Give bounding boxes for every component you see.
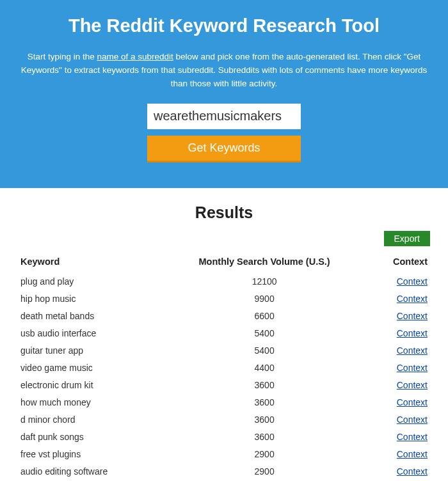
cell-context: Context [369, 308, 430, 325]
cell-volume: 5400 [159, 342, 369, 359]
hero-banner: The Reddit Keyword Research Tool Start t… [0, 0, 448, 188]
subreddit-name-link[interactable]: name of a subreddit [97, 52, 173, 61]
cell-keyword: hip hop music [18, 290, 159, 308]
results-section: Results Export Keyword Monthly Search Vo… [0, 188, 448, 481]
context-link[interactable]: Context [397, 466, 428, 477]
col-header-keyword: Keyword [18, 253, 159, 273]
table-row: hip hop music9900Context [18, 290, 430, 308]
hero-description: Start typing in the name of a subreddit … [19, 51, 429, 91]
table-header-row: Keyword Monthly Search Volume (U.S.) Con… [18, 253, 430, 273]
context-link[interactable]: Context [397, 414, 428, 425]
cell-context: Context [369, 290, 430, 308]
context-link[interactable]: Context [397, 432, 428, 442]
cell-keyword: electronic drum kit [18, 377, 159, 394]
cell-context: Context [369, 446, 430, 463]
cell-keyword: d minor chord [18, 411, 159, 429]
cell-keyword: death metal bands [18, 308, 159, 325]
subreddit-input[interactable] [147, 104, 301, 129]
cell-volume: 3600 [159, 377, 369, 394]
context-link[interactable]: Context [397, 345, 428, 356]
table-row: electronic drum kit3600Context [18, 377, 430, 394]
cell-keyword: audio editing software [18, 463, 159, 480]
table-row: guitar tuner app5400Context [18, 342, 430, 359]
cell-context: Context [369, 429, 430, 446]
cell-volume: 3600 [159, 394, 369, 411]
cell-context: Context [369, 325, 430, 342]
cell-keyword: daft punk songs [18, 429, 159, 446]
results-title: Results [18, 203, 430, 222]
context-link[interactable]: Context [397, 397, 428, 407]
search-form: Get Keywords [19, 104, 429, 162]
context-link[interactable]: Context [397, 294, 428, 304]
cell-keyword: free vst plugins [18, 446, 159, 463]
cell-keyword: guitar tuner app [18, 342, 159, 359]
context-link[interactable]: Context [397, 311, 428, 321]
cell-volume: 5400 [159, 325, 369, 342]
table-row: death metal bands6600Context [18, 308, 430, 325]
table-row: plug and play12100Context [18, 273, 430, 290]
table-row: how much money3600Context [18, 394, 430, 411]
col-header-context: Context [369, 253, 430, 273]
cell-volume: 9900 [159, 290, 369, 308]
cell-keyword: how much money [18, 394, 159, 411]
cell-keyword: video game music [18, 359, 159, 377]
context-link[interactable]: Context [397, 363, 428, 373]
page-title: The Reddit Keyword Research Tool [19, 15, 429, 36]
context-link[interactable]: Context [397, 276, 428, 287]
export-row: Export [18, 231, 430, 246]
cell-keyword: plug and play [18, 273, 159, 290]
cell-volume: 3600 [159, 411, 369, 429]
table-row: d minor chord3600Context [18, 411, 430, 429]
export-button[interactable]: Export [384, 231, 430, 246]
table-row: usb audio interface5400Context [18, 325, 430, 342]
desc-text-before: Start typing in the [28, 52, 97, 61]
cell-volume: 6600 [159, 308, 369, 325]
table-row: audio editing software2900Context [18, 463, 430, 480]
cell-context: Context [369, 463, 430, 480]
cell-context: Context [369, 342, 430, 359]
table-row: daft punk songs3600Context [18, 429, 430, 446]
cell-volume: 3600 [159, 429, 369, 446]
cell-context: Context [369, 394, 430, 411]
context-link[interactable]: Context [397, 328, 428, 338]
cell-context: Context [369, 359, 430, 377]
cell-context: Context [369, 273, 430, 290]
cell-volume: 4400 [159, 359, 369, 377]
cell-context: Context [369, 377, 430, 394]
table-row: free vst plugins2900Context [18, 446, 430, 463]
results-table: Keyword Monthly Search Volume (U.S.) Con… [18, 253, 430, 480]
cell-volume: 2900 [159, 463, 369, 480]
col-header-volume: Monthly Search Volume (U.S.) [159, 253, 369, 273]
cell-keyword: usb audio interface [18, 325, 159, 342]
cell-volume: 2900 [159, 446, 369, 463]
context-link[interactable]: Context [397, 449, 428, 459]
get-keywords-button[interactable]: Get Keywords [147, 136, 301, 162]
cell-volume: 12100 [159, 273, 369, 290]
table-row: video game music4400Context [18, 359, 430, 377]
context-link[interactable]: Context [397, 380, 428, 390]
cell-context: Context [369, 411, 430, 429]
